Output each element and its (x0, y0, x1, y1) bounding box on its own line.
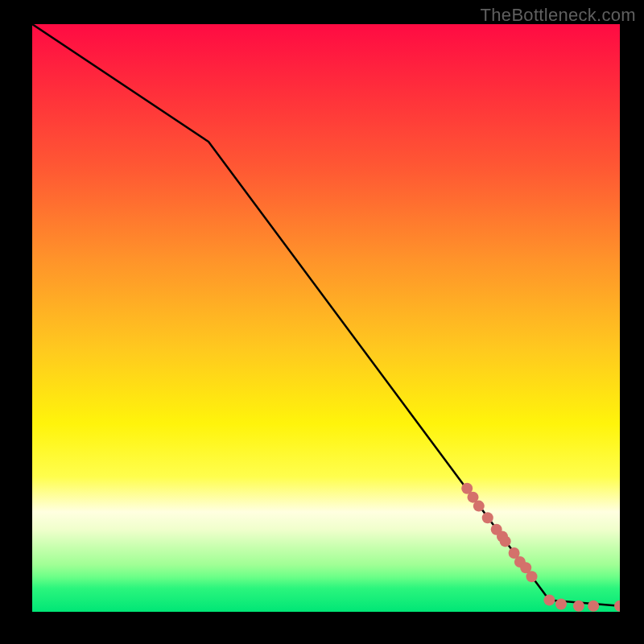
chart-svg (32, 24, 620, 612)
curve-line (32, 24, 620, 606)
data-point (588, 601, 599, 612)
data-point (473, 501, 485, 512)
data-point (543, 594, 555, 605)
data-point (526, 571, 538, 582)
data-point (500, 535, 511, 547)
chart-frame: TheBottleneck.com (0, 0, 644, 644)
plot-area (32, 24, 620, 612)
data-point (482, 512, 493, 523)
data-point (573, 601, 584, 612)
data-point (614, 601, 620, 612)
data-point (555, 599, 567, 610)
watermark-text: TheBottleneck.com (481, 5, 636, 26)
